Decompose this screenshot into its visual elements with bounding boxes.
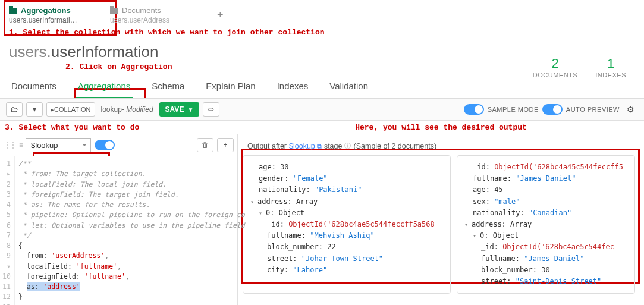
tab-aggregations[interactable]: Aggregations: [76, 76, 133, 98]
annotation-step1: 1. Select the collection with which we w…: [0, 27, 644, 38]
new-pipeline-button[interactable]: ▾: [26, 102, 43, 117]
settings-icon[interactable]: ⚙: [623, 105, 638, 114]
output-document: age: 30 gender: "Female" nationality: "P…: [243, 155, 451, 294]
tab-explain-plan[interactable]: Explain Plan: [203, 76, 257, 98]
output-document: _id: ObjectId('628bc4a45c544feccff5 full…: [457, 155, 635, 294]
stage-enabled-toggle[interactable]: [95, 140, 115, 150]
external-link-icon: ⧉: [315, 143, 322, 150]
file-tab-title: Documents: [122, 6, 161, 15]
auto-preview-label: AUTO PREVIEW: [566, 106, 620, 113]
aggregation-workspace: ⋮⋮ ≡ $lookup 🗑 + 1 ▸23456789 ▾1011121314…: [0, 134, 644, 305]
output-stage-link[interactable]: $lookup ⧉: [289, 142, 322, 150]
stage-header: ⋮⋮ ≡ $lookup 🗑 +: [0, 134, 237, 156]
file-tab-documents[interactable]: Documents users.userAddress: [110, 6, 199, 24]
collection-name: userInformation: [51, 43, 159, 61]
annotation-output-note: Here, you will see the desired output: [238, 121, 644, 134]
output-cards: age: 30 gender: "Female" nationality: "P…: [243, 155, 639, 294]
collection-tabs: Documents Aggregations Schema Explain Pl…: [0, 71, 644, 99]
save-button[interactable]: SAVE▼: [159, 102, 200, 117]
annotation-step3: 3. Select what you want to do: [0, 121, 238, 134]
file-tab-title: Aggregations: [21, 6, 71, 15]
drag-handle-icon[interactable]: ⋮⋮: [4, 141, 15, 149]
stat-value: 1: [595, 56, 626, 71]
file-tab-subtitle: users.userInformati…: [9, 16, 98, 24]
auto-preview-toggle[interactable]: [542, 104, 563, 115]
folder-icon: [110, 8, 118, 14]
file-tab-bar: Aggregations users.userInformati… Docume…: [0, 0, 644, 27]
export-button[interactable]: 🗁: [6, 102, 23, 117]
delete-stage-button[interactable]: 🗑: [197, 138, 213, 152]
pipeline-toolbar: 🗁 ▾ ▸ COLLATION lookup- Modified SAVE▼ ⇨…: [0, 99, 644, 121]
tab-indexes[interactable]: Indexes: [275, 76, 311, 98]
tab-documents[interactable]: Documents: [9, 76, 59, 98]
file-tab-subtitle: users.userAddress: [110, 16, 199, 24]
output-header: Output after $lookup ⧉ stage ⓘ (Sample o…: [243, 139, 639, 155]
db-name: users: [9, 43, 47, 61]
list-icon[interactable]: ≡: [19, 141, 22, 149]
export-pipeline-button[interactable]: ⇨: [203, 102, 219, 117]
sample-mode-toggle[interactable]: [464, 104, 484, 115]
stat-value: 2: [533, 56, 577, 71]
file-tab-aggregations[interactable]: Aggregations users.userInformati…: [9, 6, 98, 24]
code-body[interactable]: /** * from: The target collection. * loc…: [15, 156, 249, 305]
stage-operator-select[interactable]: $lookup: [26, 138, 91, 152]
line-gutter: 1 ▸23456789 ▾1011121314: [0, 156, 15, 305]
info-icon: ⓘ: [344, 142, 351, 150]
tab-validation[interactable]: Validation: [327, 76, 370, 98]
tab-schema[interactable]: Schema: [149, 76, 187, 98]
add-stage-button[interactable]: +: [217, 138, 234, 152]
pipeline-name: lookup- Modified: [99, 105, 156, 114]
stage-editor[interactable]: 1 ▸23456789 ▾1011121314 /** * from: The …: [0, 156, 237, 305]
sample-mode-label: SAMPLE MODE: [488, 106, 539, 113]
collation-button[interactable]: ▸ COLLATION: [46, 102, 95, 117]
folder-icon: [9, 8, 17, 14]
add-tab-button[interactable]: +: [217, 9, 224, 21]
